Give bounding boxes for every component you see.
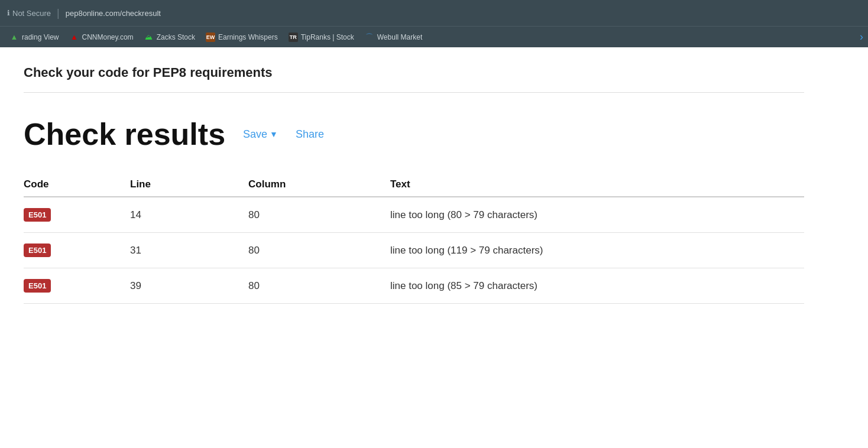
bookmark-trading-view[interactable]: ▲ rading View [5, 31, 63, 44]
cell-text: line too long (119 > 79 characters) [390, 233, 804, 268]
col-header-text: Text [390, 173, 804, 197]
earnings-whispers-icon: EW [206, 33, 215, 42]
webull-icon: ⌒ [365, 33, 374, 42]
section-divider [24, 92, 804, 93]
page-title: Check your code for PEP8 requirements [24, 65, 804, 80]
cell-line: 31 [130, 233, 248, 268]
cell-column: 80 [248, 233, 390, 268]
results-table: Code Line Column Text E5011480line too l… [24, 173, 804, 304]
code-badge: E501 [24, 208, 51, 222]
code-badge: E501 [24, 279, 51, 293]
page-content: Check your code for PEP8 requirements Ch… [0, 47, 828, 322]
cell-code: E501 [24, 233, 130, 268]
bookmark-tipranks[interactable]: TR TipRanks | Stock [284, 31, 359, 44]
zacks-icon: ⛰ [144, 33, 154, 42]
bookmark-earnings-whispers[interactable]: EW Earnings Whispers [201, 31, 283, 44]
more-bookmarks-icon[interactable]: › [860, 31, 863, 43]
cell-column: 80 [248, 197, 390, 233]
bookmark-label: Zacks Stock [157, 33, 195, 41]
trading-view-icon: ▲ [9, 33, 19, 42]
chevron-down-icon: ▼ [270, 129, 278, 139]
cell-text: line too long (85 > 79 characters) [390, 268, 804, 304]
col-header-column: Column [248, 173, 390, 197]
cnnmoney-icon: ▲ [69, 33, 79, 42]
code-badge: E501 [24, 244, 51, 257]
bookmark-label: TipRanks | Stock [301, 33, 354, 41]
bookmark-zacks[interactable]: ⛰ Zacks Stock [140, 31, 200, 44]
table-header-row: Code Line Column Text [24, 173, 804, 197]
cell-line: 14 [130, 197, 248, 233]
save-label: Save [243, 128, 267, 141]
col-header-line: Line [130, 173, 248, 197]
results-heading: Check results [24, 116, 225, 152]
bookmark-label: Earnings Whispers [218, 33, 278, 41]
bookmark-webull[interactable]: ⌒ Webull Market [360, 31, 427, 44]
share-button[interactable]: Share [296, 128, 324, 141]
col-header-code: Code [24, 173, 130, 197]
url-bar: pep8online.com/checkresult [66, 9, 161, 18]
table-row: E5013180line too long (119 > 79 characte… [24, 233, 804, 268]
bookmark-label: Webull Market [377, 33, 422, 41]
cell-code: E501 [24, 197, 130, 233]
not-secure-label: Not Secure [7, 9, 51, 18]
bookmark-cnnmoney[interactable]: ▲ CNNMoney.com [64, 31, 138, 44]
results-header: Check results Save ▼ Share [24, 116, 804, 152]
browser-bar: Not Secure | pep8online.com/checkresult [0, 0, 868, 26]
bookmarks-bar: ▲ rading View ▲ CNNMoney.com ⛰ Zacks Sto… [0, 26, 868, 47]
cell-column: 80 [248, 268, 390, 304]
bookmark-label: CNNMoney.com [82, 33, 133, 41]
table-row: E5013980line too long (85 > 79 character… [24, 268, 804, 304]
cell-line: 39 [130, 268, 248, 304]
tipranks-icon: TR [289, 33, 298, 42]
cell-text: line too long (80 > 79 characters) [390, 197, 804, 233]
table-row: E5011480line too long (80 > 79 character… [24, 197, 804, 233]
cell-code: E501 [24, 268, 130, 304]
share-label: Share [296, 128, 324, 140]
bar-divider: | [57, 7, 60, 20]
save-button[interactable]: Save ▼ [243, 128, 278, 141]
bookmark-label: rading View [22, 33, 59, 41]
